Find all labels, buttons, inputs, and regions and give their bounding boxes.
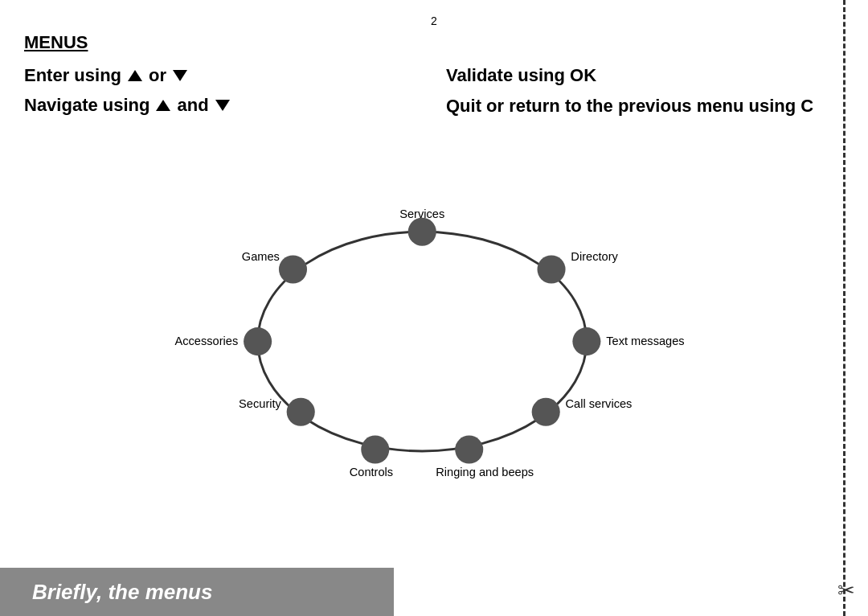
arrow-up-navigate bbox=[156, 100, 170, 111]
node-call-services bbox=[532, 398, 560, 426]
scissors-icon: ✂ bbox=[837, 578, 855, 603]
quit-instruction: Quit or return to the previous menu usin… bbox=[446, 94, 820, 118]
page-number: 2 bbox=[431, 14, 437, 27]
node-games bbox=[279, 255, 307, 283]
node-accessories bbox=[244, 327, 272, 355]
arrow-down-enter bbox=[173, 70, 187, 81]
node-text-messages bbox=[572, 327, 600, 355]
dashed-border bbox=[843, 0, 845, 616]
menus-title: MENUS bbox=[24, 32, 820, 53]
label-services: Services bbox=[399, 207, 444, 220]
label-controls: Controls bbox=[350, 466, 393, 478]
arrow-down-navigate bbox=[215, 100, 230, 111]
navigate-instruction: Navigate using and bbox=[24, 94, 398, 117]
quit-text: Quit or return to the previous menu usin… bbox=[446, 96, 813, 116]
navigate-connector: and bbox=[177, 94, 208, 117]
menu-diagram: Services Games Directory Accessories Tex… bbox=[157, 177, 703, 483]
bottom-bar-text: Briefly, the menus bbox=[32, 580, 212, 605]
enter-connector: or bbox=[149, 64, 166, 88]
label-call-services: Call services bbox=[566, 397, 633, 410]
label-text-messages: Text messages bbox=[606, 335, 684, 347]
enter-prefix: Enter using bbox=[24, 64, 121, 88]
arrow-up-enter bbox=[128, 70, 142, 81]
navigate-prefix: Navigate using bbox=[24, 94, 149, 117]
validate-instruction: Validate using OK bbox=[446, 64, 820, 88]
bottom-bar: Briefly, the menus bbox=[0, 568, 394, 616]
left-instructions: Enter using or Navigate using and bbox=[24, 64, 398, 124]
node-security bbox=[287, 398, 315, 426]
right-instructions: Validate using OK Quit or return to the … bbox=[446, 64, 820, 124]
enter-instruction: Enter using or bbox=[24, 64, 398, 88]
label-accessories: Accessories bbox=[175, 335, 239, 347]
label-security: Security bbox=[239, 397, 281, 410]
validate-text: Validate using OK bbox=[446, 64, 596, 88]
node-services bbox=[408, 218, 436, 246]
label-directory: Directory bbox=[571, 250, 618, 263]
node-controls bbox=[361, 436, 389, 464]
label-ringing-beeps: Ringing and beeps bbox=[436, 466, 534, 478]
diagram-container: Services Games Directory Accessories Tex… bbox=[40, 161, 820, 499]
node-directory bbox=[537, 255, 565, 283]
instructions-section: Enter using or Navigate using and Valida… bbox=[24, 64, 820, 124]
label-games: Games bbox=[242, 250, 280, 263]
node-ringing-beeps bbox=[455, 436, 483, 464]
